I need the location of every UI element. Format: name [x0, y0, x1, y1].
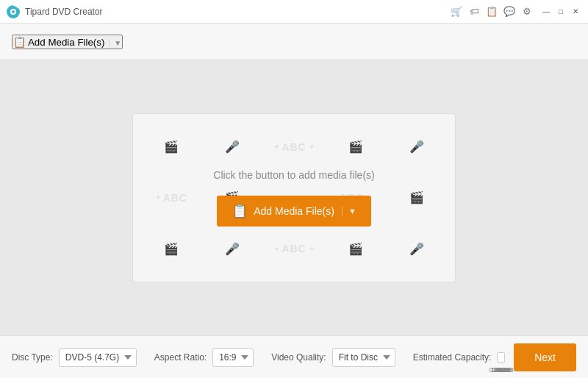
window-controls: — □ ✕: [539, 5, 582, 18]
app-logo: [6, 4, 21, 19]
aspect-ratio-label: Aspect Ratio:: [154, 352, 207, 363]
file-icon[interactable]: 📋: [485, 5, 498, 18]
tick-1.5gb: 1.5GB: [491, 366, 510, 374]
video-quality-select[interactable]: Fit to Disc High Medium Low: [332, 348, 395, 367]
wm-cell: ✦ABC✦: [263, 121, 325, 172]
wm-cell: 🎤: [202, 224, 264, 274]
wm-cell: 🎬: [140, 224, 202, 274]
add-media-toolbar-button[interactable]: 📋 Add Media File(s) ▼: [12, 35, 123, 49]
minimize-button[interactable]: —: [539, 5, 553, 18]
tick-3gb: 3GB: [495, 366, 509, 374]
video-quality-section: Video Quality: Fit to Disc High Medium L…: [271, 348, 395, 367]
wm-cell: 🎬: [386, 172, 448, 223]
tick-4gb: 4GB: [497, 366, 510, 374]
wm-cell: 🎤: [386, 121, 448, 172]
wm-cell: ✦ABC✦: [263, 224, 325, 274]
title-bar: Tipard DVD Creator 🛒 🏷 📋 💬 ⚙ — □ ✕: [0, 0, 588, 24]
wm-cell: 🎬: [140, 121, 202, 172]
capacity-label: Estimated Capacity:: [413, 352, 492, 363]
center-dropdown-arrow: ▼: [342, 207, 356, 215]
capacity-bar: 0.5GB 1GB 1.5GB 2GB 2.5GB 3GB 3.5GB 4GB …: [497, 352, 505, 363]
tick-1gb: 1GB: [492, 366, 506, 374]
app-title: Tipard DVD Creator: [25, 7, 450, 17]
settings-icon[interactable]: ⚙: [520, 5, 534, 18]
drop-zone: 🎬 🎤 ✦ABC✦ 🎬 🎤 ✦ABC 🎬 ABC✦ 🎬 🎬 🎤 ✦ABC✦ 🎬 …: [132, 113, 456, 282]
add-media-center-label: Add Media File(s): [254, 205, 334, 217]
add-media-toolbar-label: Add Media File(s): [28, 37, 104, 48]
add-media-center-button[interactable]: 📋 Add Media File(s) ▼: [217, 196, 371, 227]
disc-type-section: Disc Type: DVD-5 (4.7G) DVD-9 (8.5G): [12, 348, 137, 367]
main-content: 🎬 🎤 ✦ABC✦ 🎬 🎤 ✦ABC 🎬 ABC✦ 🎬 🎬 🎤 ✦ABC✦ 🎬 …: [0, 60, 588, 335]
wm-cell: 🎤: [386, 224, 448, 274]
disc-type-select[interactable]: DVD-5 (4.7G) DVD-9 (8.5G): [59, 348, 137, 367]
title-bar-controls: 🛒 🏷 📋 💬 ⚙: [450, 5, 534, 18]
wm-cell: 🎤: [202, 121, 264, 172]
video-quality-label: Video Quality:: [271, 352, 326, 363]
tick-2.5gb: 2.5GB: [492, 366, 512, 374]
toolbar-dropdown-arrow: ▼: [109, 39, 121, 47]
disc-type-label: Disc Type:: [12, 352, 53, 363]
bottom-bar: Disc Type: DVD-5 (4.7G) DVD-9 (8.5G) Asp…: [0, 335, 588, 378]
svg-point-2: [12, 10, 15, 13]
cart-icon[interactable]: 🛒: [450, 5, 463, 18]
add-media-center-icon: 📋: [232, 203, 248, 219]
wm-cell: 🎬: [325, 224, 387, 274]
close-button[interactable]: ✕: [569, 5, 582, 18]
tick-0.5gb: 0.5GB: [490, 366, 509, 374]
tag-icon[interactable]: 🏷: [467, 5, 481, 18]
drop-prompt-text: Click the button to add media file(s): [213, 169, 374, 181]
wm-cell: ✦ABC: [140, 172, 202, 223]
tick-4.5gb: 4.5GB: [495, 366, 514, 374]
maximize-button[interactable]: □: [554, 5, 567, 18]
aspect-ratio-section: Aspect Ratio: 16:9 4:3: [154, 348, 254, 367]
add-media-small-icon: 📋: [13, 36, 26, 48]
capacity-section: Estimated Capacity: 0.5GB 1GB 1.5GB 2GB …: [413, 352, 506, 363]
next-button[interactable]: Next: [514, 343, 576, 371]
aspect-ratio-select[interactable]: 16:9 4:3: [212, 348, 254, 367]
chat-icon[interactable]: 💬: [503, 5, 516, 18]
tick-3.5gb: 3.5GB: [493, 366, 512, 374]
tick-2gb: 2GB: [494, 366, 507, 374]
toolbar: 📋 Add Media File(s) ▼: [0, 24, 588, 60]
wm-cell: 🎬: [325, 121, 387, 172]
